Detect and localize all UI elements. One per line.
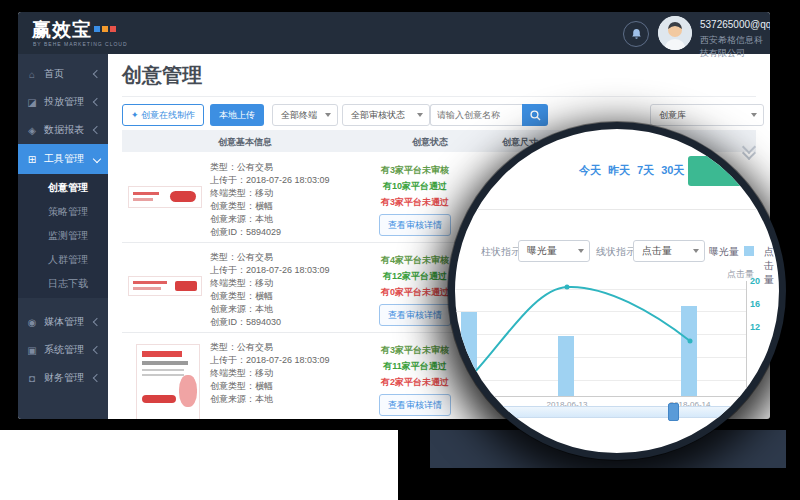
chevron-down-icon [93,155,101,163]
sidebar-item-system[interactable]: ▣ 系统管理 [18,336,108,364]
chevron-left-icon [93,318,101,326]
divider [122,96,756,97]
search-icon [530,110,541,121]
logo-subtitle: BY BEHE MARKETING CLOUD [33,41,128,47]
audit-status-select[interactable]: 全部审核状态 [342,104,430,126]
avatar[interactable] [658,16,692,50]
x-axis-line [455,396,746,397]
chevron-left-icon [93,126,101,134]
magnifier-lens: 今天 昨天 7天 30天 本月 上月 柱状指示 曝光量 线状指示 点击量 曝光量… [448,122,786,460]
sidebar-item-reports[interactable]: ◈ 数据报表 [18,116,108,144]
creative-status: 有3家平台未审核 有10家平台通过 有3家平台未通过 查看审核详情 [360,162,470,236]
clicks-line-chart [455,129,779,453]
creative-thumbnail[interactable] [128,186,202,208]
sidebar-item-delivery[interactable]: ◪ 投放管理 [18,88,108,116]
creative-info: 类型：公有交易 上传于：2018-07-26 18:03:09 终端类型：移动 … [210,251,330,329]
search-input[interactable] [430,104,523,126]
tools-icon: ⊞ [26,154,38,165]
col-header-basic-info: 创意基本信息 [165,136,325,149]
creative-thumbnail[interactable] [128,276,202,296]
chevron-left-icon [93,98,101,106]
sidebar-item-media[interactable]: ◉ 媒体管理 [18,308,108,336]
online-create-button[interactable]: ✦ 创意在线制作 [122,104,204,126]
audit-detail-button[interactable]: 查看审核详情 [379,394,451,416]
audit-detail-button[interactable]: 查看审核详情 [379,304,451,326]
sidebar-item-tools[interactable]: ⊞ 工具管理 [18,144,108,174]
logo-text: 赢效宝 [32,19,92,40]
logo: 赢效宝 [32,17,116,43]
creative-info: 类型：公有交易 上传于：2018-07-26 18:03:09 终端类型：移动 … [210,341,330,406]
submenu-item-monitor[interactable]: 监测管理 [18,224,108,248]
search-button[interactable] [522,104,548,126]
logo-squares-icon [92,19,116,40]
creative-status: 有3家平台未审核 有11家平台通过 有2家平台未通过 查看审核详情 [360,342,470,416]
finance-icon: ◘ [26,373,38,384]
submenu-item-strategy[interactable]: 策略管理 [18,200,108,224]
library-select[interactable]: 创意库 [650,104,764,126]
chevron-left-icon [93,346,101,354]
sidebar-item-home[interactable]: ⌂ 首页 [18,60,108,88]
audit-detail-button[interactable]: 查看审核详情 [379,214,451,236]
submenu-item-logs[interactable]: 日志下载 [18,272,108,296]
creative-thumbnail[interactable] [136,344,200,419]
media-icon: ◉ [26,317,38,328]
submenu-item-audience[interactable]: 人群管理 [18,248,108,272]
chevron-left-icon [93,374,101,382]
chart-scrollbar-handle[interactable] [668,403,679,421]
delivery-icon: ◪ [26,97,38,108]
chevron-left-icon [93,70,101,78]
home-icon: ⌂ [26,69,38,80]
page-title: 创意管理 [122,62,202,89]
account-email[interactable]: 537265000@qq.com [700,19,770,30]
report-icon: ◈ [26,125,38,136]
submenu-item-creative[interactable]: 创意管理 [18,176,108,200]
local-upload-button[interactable]: 本地上传 [210,104,264,126]
sidebar-submenu: 创意管理 策略管理 监测管理 人群管理 日志下载 [18,174,108,298]
creative-info: 类型：公有交易 上传于：2018-07-26 18:03:09 终端类型：移动 … [210,161,330,239]
sidebar: ⌂ 首页 ◪ 投放管理 ◈ 数据报表 ⊞ 工具管理 创意管理 策略管理 监测管理… [18,54,108,419]
notification-bell-icon[interactable] [623,21,649,47]
account-company: 西安希格信息科技有限公司 [700,34,770,60]
sparkle-icon: ✦ [131,110,139,120]
system-icon: ▣ [26,345,38,356]
sidebar-item-finance[interactable]: ◘ 财务管理 [18,364,108,392]
topbar: 赢效宝 BY BEHE MARKETING CLOUD 537265000@qq… [18,12,770,54]
terminal-filter-select[interactable]: 全部终端 [272,104,338,126]
